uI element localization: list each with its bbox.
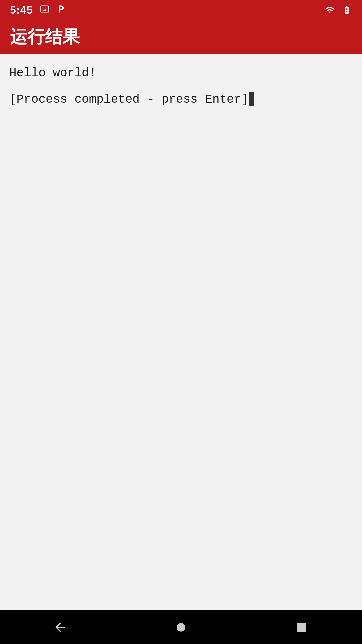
status-bar-right — [324, 5, 352, 15]
svg-point-0 — [177, 623, 185, 632]
back-button[interactable] — [47, 617, 74, 637]
process-text: [Process completed - press Enter] — [9, 90, 248, 109]
home-button[interactable] — [168, 617, 194, 637]
status-bar: 5:45 — [0, 0, 362, 20]
main-content: Hello world! [Process completed - press … — [0, 54, 362, 610]
wifi-icon — [324, 5, 336, 15]
output-line-1: Hello world! — [9, 64, 353, 83]
svg-rect-1 — [297, 623, 306, 632]
app-bar-title: 运行结果 — [10, 25, 80, 49]
nav-bar — [0, 610, 362, 644]
battery-icon — [341, 5, 352, 15]
image-icon — [39, 4, 50, 16]
status-time: 5:45 — [10, 4, 33, 16]
cursor — [249, 92, 254, 106]
output-line-2: [Process completed - press Enter] — [9, 90, 353, 109]
status-bar-left: 5:45 — [10, 4, 66, 16]
recents-button[interactable] — [288, 617, 315, 637]
app-bar: 运行结果 — [0, 20, 362, 54]
parking-icon — [56, 4, 66, 16]
